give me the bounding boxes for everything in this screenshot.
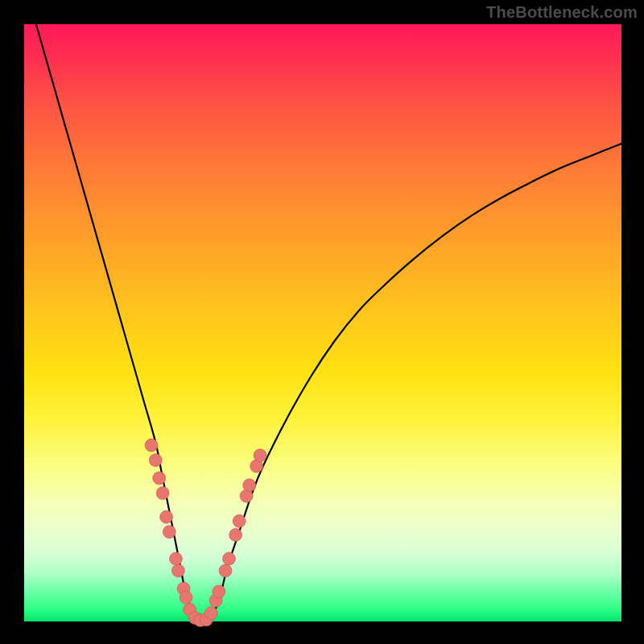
curve-markers: [145, 439, 266, 626]
curve-marker: [169, 552, 182, 565]
curve-marker: [243, 479, 256, 492]
curve-marker: [163, 526, 175, 539]
curve-svg: [24, 24, 621, 621]
plot-area: [24, 24, 621, 621]
bottleneck-curve: [36, 24, 621, 621]
watermark-text: TheBottleneck.com: [486, 3, 638, 22]
curve-marker: [153, 472, 166, 485]
curve-marker: [219, 564, 232, 577]
curve-marker: [204, 607, 217, 620]
curve-marker: [160, 510, 173, 523]
curve-marker: [213, 585, 225, 598]
curve-marker: [223, 552, 236, 565]
chart-frame: TheBottleneck.com: [0, 0, 644, 644]
curve-marker: [149, 454, 162, 467]
curve-marker: [229, 528, 242, 541]
curve-marker: [156, 486, 169, 499]
curve-marker: [145, 439, 158, 452]
curve-marker: [254, 449, 266, 462]
curve-marker: [171, 564, 184, 577]
curve-marker: [180, 591, 192, 604]
curve-marker: [233, 514, 246, 527]
